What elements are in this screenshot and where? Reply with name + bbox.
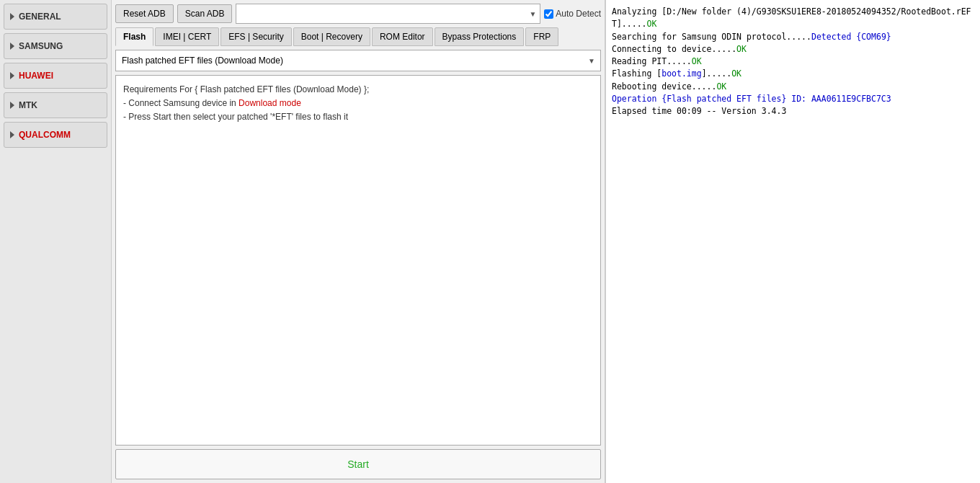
sidebar-item-label: SAMSUNG [19,41,63,51]
sidebar-item-general[interactable]: GENERAL [4,4,107,30]
flash-mode-select[interactable]: Flash patched EFT files (Download Mode) [115,50,601,71]
download-highlight: Download mode [239,98,301,108]
tab-imei-cert[interactable]: IMEI | CERT [155,27,219,46]
top-bar: Reset ADB Scan ADB Auto Detect [115,4,601,24]
log-line-4: Flashing [boot.img].....OK [612,68,974,80]
tab-boot-recovery[interactable]: Boot | Recovery [293,27,370,46]
arrow-icon [10,43,14,50]
scan-adb-button[interactable]: Scan ADB [177,4,233,23]
info-line1: Requirements For { Flash patched EFT fil… [123,83,593,97]
arrow-icon [10,13,14,20]
sidebar-item-samsung[interactable]: SAMSUNG [4,33,107,59]
log-line-3: Reading PIT.....OK [612,56,974,68]
sidebar-item-qualcomm[interactable]: QUALCOMM [4,122,107,148]
flash-mode-dropdown-wrap: Flash patched EFT files (Download Mode) [115,50,601,71]
info-box: Requirements For { Flash patched EFT fil… [115,75,601,446]
auto-detect-checkbox[interactable] [544,9,553,19]
log-line-6: Operation {Flash patched EFT files} ID: … [612,93,974,105]
sidebar-item-label: QUALCOMM [19,130,71,140]
port-select[interactable] [236,4,540,24]
sidebar-item-label: GENERAL [19,12,61,22]
log-line-7: Elapsed time 00:09 -- Version 3.4.3 [612,105,974,118]
tabs: FlashIMEI | CERTEFS | SecurityBoot | Rec… [115,27,601,46]
auto-detect-wrap: Auto Detect [544,9,601,19]
sidebar-item-huawei[interactable]: HUAWEI [4,63,107,89]
log-line-2: Connecting to device.....OK [612,43,974,56]
tab-efs-security[interactable]: EFS | Security [220,27,291,46]
sidebar-item-label: HUAWEI [19,71,53,81]
auto-detect-label: Auto Detect [556,9,601,19]
log-line-1: Searching for Samsung ODIN protocol.....… [612,31,974,43]
info-line2: - Connect Samsung device in Download mod… [123,97,593,110]
sidebar: GENERALSAMSUNGHUAWEIMTKQUALCOMM [0,0,112,483]
sidebar-item-label: MTK [19,100,37,110]
tab-bypass-protections[interactable]: Bypass Protections [435,27,525,46]
port-select-wrap [236,4,540,24]
tab-rom-editor[interactable]: ROM Editor [372,27,433,46]
arrow-icon [10,102,14,109]
info-line3: - Press Start then select your patched '… [123,110,593,124]
sidebar-item-mtk[interactable]: MTK [4,92,107,118]
log-panel: Analyzing [D:/New folder (4)/G930SKSU1ER… [605,0,980,483]
tab-frp[interactable]: FRP [525,27,558,46]
start-button[interactable]: Start [115,449,601,479]
arrow-icon [10,131,14,138]
main-content: Reset ADB Scan ADB Auto Detect FlashIMEI… [112,0,605,483]
reset-adb-button[interactable]: Reset ADB [115,4,174,23]
arrow-icon [10,72,14,79]
log-line-0: Analyzing [D:/New folder (4)/G930SKSU1ER… [612,6,974,31]
tab-flash[interactable]: Flash [115,27,153,46]
log-line-5: Rebooting device.....OK [612,81,974,93]
